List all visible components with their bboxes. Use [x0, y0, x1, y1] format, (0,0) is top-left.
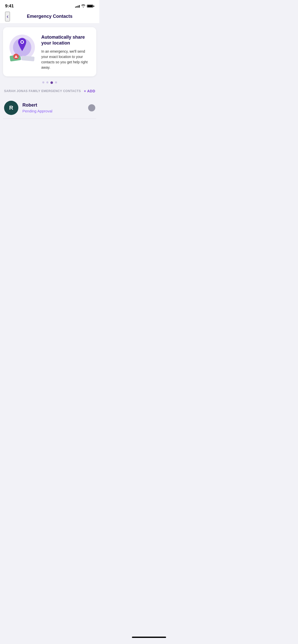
back-button[interactable]: ‹ — [5, 12, 10, 21]
contacts-list: R Robert Pending Approval — [3, 97, 96, 119]
card-text: Automatically shareyour location In an e… — [41, 33, 91, 70]
page-title: Emergency Contacts — [27, 14, 72, 19]
dot-4[interactable] — [55, 81, 57, 83]
card-description: In an emergency, we'll send your exact l… — [41, 49, 91, 70]
svg-point-1 — [21, 41, 23, 43]
status-time: 9:41 — [5, 4, 14, 9]
main-content: Automatically shareyour location In an e… — [0, 23, 99, 207]
contact-item[interactable]: R Robert Pending Approval — [3, 97, 96, 119]
signal-icon — [75, 5, 80, 8]
location-illustration — [8, 33, 36, 61]
dot-1[interactable] — [42, 81, 44, 83]
location-pin-icon — [17, 38, 28, 52]
nav-bar: ‹ Emergency Contacts — [0, 11, 99, 23]
svg-rect-2 — [16, 56, 16, 57]
contact-info: Robert Pending Approval — [22, 103, 84, 113]
wifi-icon — [81, 4, 85, 8]
contact-avatar-letter: R — [9, 105, 13, 111]
contact-avatar: R — [4, 101, 18, 115]
pagination-dots — [3, 81, 96, 84]
section-header: SARAH JONAS FAMILY EMERGENCY CONTACTS + … — [3, 89, 96, 93]
warning-badge-icon — [13, 54, 19, 59]
battery-icon — [87, 5, 94, 8]
contact-name: Robert — [22, 103, 84, 108]
status-bar: 9:41 — [0, 0, 99, 11]
status-icons — [75, 4, 94, 8]
svg-rect-3 — [16, 57, 16, 57]
map-gray-shape — [21, 56, 34, 61]
dot-2[interactable] — [46, 81, 48, 83]
info-card: Automatically shareyour location In an e… — [3, 27, 96, 76]
contact-status: Pending Approval — [22, 109, 84, 113]
card-title: Automatically shareyour location — [41, 34, 91, 46]
add-contact-button[interactable]: + ADD — [84, 89, 95, 93]
contact-status-indicator — [88, 104, 95, 111]
map-shapes — [8, 55, 36, 61]
section-title: SARAH JONAS FAMILY EMERGENCY CONTACTS — [4, 89, 81, 93]
dot-3-active[interactable] — [50, 81, 53, 84]
